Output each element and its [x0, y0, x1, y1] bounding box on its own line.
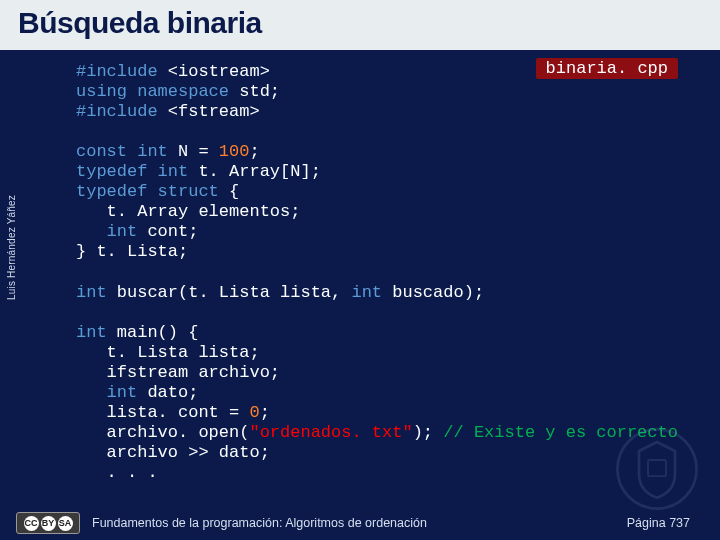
code-token: dato; — [137, 383, 198, 402]
code-block: #include <iostream> using namespace std;… — [0, 52, 720, 483]
code-token: t. Array elementos; — [76, 202, 300, 221]
cc-badge: CC BY SA — [16, 512, 80, 534]
code-token: 0 — [249, 403, 259, 422]
code-token: using namespace — [76, 82, 229, 101]
svg-rect-1 — [648, 460, 666, 476]
code-token: <iostream> — [158, 62, 270, 81]
code-token: int — [76, 323, 107, 342]
page-number: Página 737 — [627, 516, 690, 530]
author-sidebar: Luis Hernández Yáñez — [6, 100, 17, 300]
code-token: N = — [168, 142, 219, 161]
code-token: <fstream> — [158, 102, 260, 121]
footer-text: Fundamentos de la programación: Algoritm… — [92, 516, 627, 530]
code-token: int — [351, 283, 382, 302]
footer: CC BY SA Fundamentos de la programación:… — [0, 512, 720, 534]
code-token: int — [76, 283, 107, 302]
code-token: const int — [76, 142, 168, 161]
code-token: buscar(t. Lista lista, — [107, 283, 352, 302]
code-token: std; — [229, 82, 280, 101]
cc-icon: CC — [24, 516, 39, 531]
code-token: archivo >> dato; — [76, 443, 270, 462]
code-token: t. Array[N]; — [188, 162, 321, 181]
code-token — [76, 383, 107, 402]
code-token: "ordenados. txt" — [249, 423, 412, 442]
code-token: typedef struct — [76, 182, 219, 201]
by-icon: BY — [41, 516, 56, 531]
code-token: { — [219, 182, 239, 201]
code-token: lista. cont = — [76, 403, 249, 422]
code-token: #include — [76, 102, 158, 121]
code-token: cont; — [137, 222, 198, 241]
sa-icon: SA — [58, 516, 73, 531]
code-token: buscado); — [382, 283, 484, 302]
code-token: int — [107, 222, 138, 241]
code-token: t. Lista lista; — [76, 343, 260, 362]
code-token: ); — [413, 423, 444, 442]
slide-title: Búsqueda binaria — [18, 6, 702, 40]
code-token — [76, 222, 107, 241]
code-token: int — [107, 383, 138, 402]
code-token: ; — [249, 142, 259, 161]
code-token: } t. Lista; — [76, 242, 188, 261]
code-token: ifstream archivo; — [76, 363, 280, 382]
code-token: main() { — [107, 323, 199, 342]
title-bar: Búsqueda binaria — [0, 0, 720, 52]
code-token: archivo. open( — [76, 423, 249, 442]
watermark-logo — [612, 424, 702, 514]
code-token: . . . — [76, 463, 158, 482]
code-token: typedef int — [76, 162, 188, 181]
code-token: #include — [76, 62, 158, 81]
code-token: 100 — [219, 142, 250, 161]
filename-badge: binaria. cpp — [536, 58, 678, 79]
code-token: ; — [260, 403, 270, 422]
